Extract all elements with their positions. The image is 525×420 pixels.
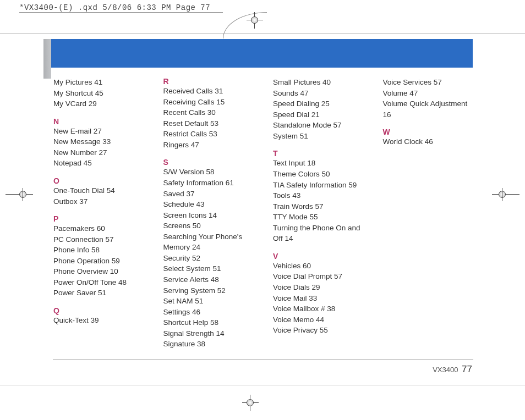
index-letter-q: Q bbox=[53, 306, 148, 315]
index-entry: Restrict Calls 53 bbox=[163, 129, 258, 140]
registration-mark-right-icon bbox=[492, 188, 519, 201]
index-entry: Receiving Calls 15 bbox=[163, 97, 258, 108]
index-entry: Voice Memo 44 bbox=[273, 314, 368, 325]
index-entry: PC Connection 57 bbox=[53, 234, 148, 245]
index-entry: Speed Dial 21 bbox=[273, 109, 368, 120]
index-entry: Service Alerts 48 bbox=[163, 274, 258, 285]
index-entry: Voice Mail 33 bbox=[273, 293, 368, 304]
index-column-1: My Pictures 41My Shortcut 45My VCard 29N… bbox=[53, 77, 148, 350]
index-entry: Notepad 45 bbox=[53, 158, 148, 169]
footer-divider bbox=[53, 360, 473, 360]
index-entry: Tools 43 bbox=[273, 190, 368, 201]
index-entry: Voice Dial Prompt 57 bbox=[273, 271, 368, 282]
index-entry: Voice Dials 29 bbox=[273, 282, 368, 293]
index-entry: Text Input 18 bbox=[273, 158, 368, 169]
index-entry: Signature 38 bbox=[163, 339, 258, 350]
index-entry: Small Pictures 40 bbox=[273, 77, 368, 88]
footer-page-number: 77 bbox=[462, 364, 472, 374]
index-entry: Ringers 47 bbox=[163, 140, 258, 151]
index-entry: Sounds 47 bbox=[273, 88, 368, 99]
index-entry: Voice Services 57 bbox=[383, 77, 478, 88]
index-entry: Volume 47 bbox=[383, 88, 478, 99]
index-entry: New E-mail 27 bbox=[53, 126, 148, 137]
index-entry: Vehicles 60 bbox=[273, 261, 368, 272]
registration-mark-left-icon bbox=[6, 188, 33, 201]
index-entry: Screens 50 bbox=[163, 220, 258, 231]
index-entry: Speed Dialing 25 bbox=[273, 98, 368, 109]
index-entry: Signal Strength 14 bbox=[163, 328, 258, 339]
header-underline bbox=[19, 12, 223, 13]
page-tab bbox=[43, 39, 51, 79]
index-entry: Shortcut Help 58 bbox=[163, 317, 258, 328]
index-entry: One-Touch Dial 54 bbox=[53, 185, 148, 196]
index-column-3: Small Pictures 40Sounds 47Speed Dialing … bbox=[273, 77, 368, 350]
index-letter-p: P bbox=[53, 214, 148, 223]
index-entry: Safety Information 61 bbox=[163, 178, 258, 189]
index-entry: Schedule 43 bbox=[163, 199, 258, 210]
index-letter-n: N bbox=[53, 117, 148, 126]
index-entry: My Shortcut 45 bbox=[53, 88, 148, 99]
index-entry: Pacemakers 60 bbox=[53, 223, 148, 234]
index-entry: Phone Overview 10 bbox=[53, 266, 148, 277]
index-entry: Phone Operation 59 bbox=[53, 256, 148, 267]
index-letter-w: W bbox=[383, 128, 478, 136]
index-entry: TIA Safety Information 59 bbox=[273, 180, 368, 191]
index-entry: Power Saver 51 bbox=[53, 288, 148, 299]
index-entry: Voice Mailbox # 38 bbox=[273, 303, 368, 314]
index-entry: S/W Version 58 bbox=[163, 167, 258, 178]
index-entry: Standalone Mode 57 bbox=[273, 120, 368, 131]
index-entry: Settings 46 bbox=[163, 307, 258, 318]
index-entry: Quick-Text 39 bbox=[53, 315, 148, 326]
index-entry: My VCard 29 bbox=[53, 98, 148, 109]
index-entry: Select System 51 bbox=[163, 263, 258, 274]
index-entry: Outbox 37 bbox=[53, 196, 148, 207]
index-entry: Theme Colors 50 bbox=[273, 169, 368, 180]
trim-line-bottom bbox=[0, 385, 525, 385]
index-entry: Recent Calls 30 bbox=[163, 107, 258, 118]
footer-model: VX3400 bbox=[433, 366, 458, 374]
index-entry: Security 52 bbox=[163, 253, 258, 264]
index-letter-v: V bbox=[273, 252, 368, 261]
header-banner bbox=[51, 39, 473, 68]
registration-mark-top-icon bbox=[249, 14, 261, 26]
index-entry: Serving System 52 bbox=[163, 285, 258, 296]
index-entry: Volume Quick Adjustment 16 bbox=[383, 98, 478, 120]
index-entry: Screen Icons 14 bbox=[163, 210, 258, 221]
index-letter-s: S bbox=[163, 158, 258, 167]
index-entry: Searching Your Phone's Memory 24 bbox=[163, 231, 258, 253]
index-entry: My Pictures 41 bbox=[53, 77, 148, 88]
index-entry: New Message 33 bbox=[53, 136, 148, 147]
index-entry: Train Words 57 bbox=[273, 201, 368, 212]
index-entry: Phone Info 58 bbox=[53, 245, 148, 256]
index-entry: Saved 37 bbox=[163, 189, 258, 200]
index-entry: System 51 bbox=[273, 131, 368, 142]
registration-mark-bottom-icon bbox=[244, 397, 256, 409]
index-entry: Power On/Off Tone 48 bbox=[53, 277, 148, 288]
index-column-2: RReceived Calls 31Receiving Calls 15Rece… bbox=[163, 77, 258, 350]
index-entry: World Clock 46 bbox=[383, 136, 478, 147]
index-content: My Pictures 41My Shortcut 45My VCard 29N… bbox=[53, 77, 477, 350]
index-entry: Reset Default 53 bbox=[163, 118, 258, 129]
index-letter-o: O bbox=[53, 176, 148, 185]
index-column-4: Voice Services 57Volume 47Volume Quick A… bbox=[383, 77, 478, 350]
index-entry: Set NAM 51 bbox=[163, 296, 258, 307]
quark-header-annotation: *VX3400-(E) .qxd 5/8/06 6:33 PM Page 77 bbox=[19, 3, 210, 12]
index-entry: TTY Mode 55 bbox=[273, 212, 368, 223]
index-letter-t: T bbox=[273, 149, 368, 158]
index-entry: Voice Privacy 55 bbox=[273, 325, 368, 336]
index-letter-r: R bbox=[163, 77, 258, 86]
page-footer: VX3400 77 bbox=[433, 364, 472, 375]
index-entry: Received Calls 31 bbox=[163, 86, 258, 97]
index-entry: Turning the Phone On and Off 14 bbox=[273, 223, 368, 244]
index-entry: New Number 27 bbox=[53, 147, 148, 158]
